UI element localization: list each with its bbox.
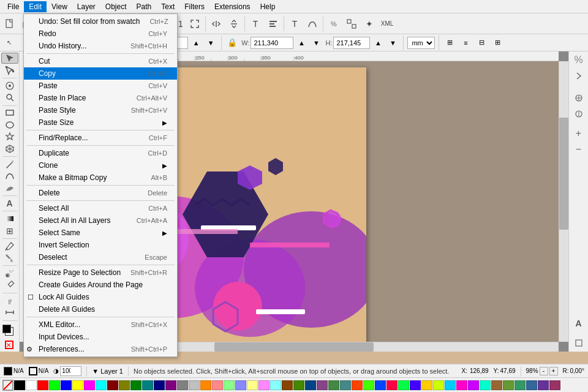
right-tool1[interactable]	[571, 91, 586, 105]
snap-button[interactable]: %	[325, 15, 342, 32]
node-tool[interactable]	[1, 64, 18, 75]
menu-cut[interactable]: Cut Ctrl+X	[24, 55, 177, 67]
color-swatch-43[interactable]	[514, 380, 526, 390]
text-tool-button[interactable]: T	[286, 15, 303, 32]
color-swatch-44[interactable]	[526, 380, 537, 390]
align-icon-btn[interactable]: ≡	[459, 36, 472, 50]
w-input[interactable]	[251, 37, 293, 49]
flip-h-button[interactable]	[208, 15, 225, 32]
color-swatch-39[interactable]	[468, 380, 479, 390]
grid-icon-btn[interactable]: ⊞	[491, 36, 504, 50]
zoom-plus-btn[interactable]: +	[549, 367, 558, 375]
color-swatch-28[interactable]	[340, 380, 351, 390]
color-swatch-27[interactable]	[328, 380, 339, 390]
right-plus-btn[interactable]: +	[571, 126, 586, 141]
color-swatch-45[interactable]	[538, 380, 549, 390]
menu-select-all[interactable]: Select All Ctrl+A	[24, 202, 177, 214]
menu-undo[interactable]: Undo: Set fill color from swatch Ctrl+Z	[24, 15, 177, 28]
color-swatch-29[interactable]	[352, 380, 363, 390]
dropper-tool[interactable]	[1, 240, 18, 251]
menu-xml-editor[interactable]: XML Editor... Shift+Ctrl+X	[24, 318, 177, 331]
menu-delete-guides[interactable]: Delete All Guides	[24, 303, 177, 315]
right-arrow-btn[interactable]	[571, 69, 586, 83]
right-rect-btn[interactable]	[571, 336, 586, 350]
color-swatch-20[interactable]	[247, 380, 258, 390]
selector-snap-btn[interactable]: ↖	[2, 36, 16, 50]
menu-paste[interactable]: Paste Ctrl+V	[24, 80, 177, 92]
color-swatch-46[interactable]	[549, 380, 560, 390]
menu-invert-selection[interactable]: Invert Selection	[24, 239, 177, 251]
new-button[interactable]	[1, 15, 18, 32]
layer-indicator[interactable]: ▼ Layer 1	[92, 368, 123, 375]
menu-create-guides[interactable]: Create Guides Around the Page	[24, 279, 177, 291]
ellipse-tool[interactable]	[1, 119, 18, 130]
lock-aspect-btn[interactable]: 🔒	[225, 36, 239, 50]
fill-swatch[interactable]	[4, 367, 12, 375]
stroke-swatch[interactable]	[29, 367, 37, 375]
menu-bitmap-copy[interactable]: Make a Bitmap Copy Alt+B	[24, 172, 177, 184]
y-down[interactable]: ▼	[204, 36, 217, 50]
menu-input-devices[interactable]: Input Devices...	[24, 331, 177, 343]
h-input[interactable]	[333, 37, 370, 49]
text-tool[interactable]: A	[1, 198, 18, 209]
menu-filters[interactable]: Filters	[179, 1, 209, 12]
snap-nodes-button[interactable]	[343, 15, 360, 32]
3d-tool[interactable]	[1, 143, 18, 154]
paint-bucket-tool[interactable]	[1, 252, 18, 263]
color-swatch-22[interactable]	[270, 380, 281, 390]
menu-path[interactable]: Path	[132, 1, 157, 12]
right-letter-a[interactable]: A	[571, 316, 586, 331]
color-swatch-42[interactable]	[503, 380, 514, 390]
color-swatch-4[interactable]	[61, 380, 72, 390]
color-swatch-10[interactable]	[130, 380, 141, 390]
color-swatch-35[interactable]	[421, 380, 432, 390]
bezier-button[interactable]	[304, 15, 321, 32]
menu-help[interactable]: Help	[255, 1, 281, 12]
selector-tool[interactable]	[1, 53, 18, 64]
transform-button[interactable]: T	[247, 15, 264, 32]
color-swatch-32[interactable]	[386, 380, 398, 390]
menu-resize-page[interactable]: Resize Page to Selection Shift+Ctrl+R	[24, 266, 177, 279]
w-up[interactable]: ▲	[295, 36, 308, 50]
color-swatch-26[interactable]	[317, 380, 328, 390]
opacity-input[interactable]	[60, 366, 81, 376]
no-color-swatch[interactable]	[2, 380, 13, 391]
color-swatch-9[interactable]	[119, 380, 130, 390]
lpe-button[interactable]: ✦	[361, 15, 378, 32]
menu-clone[interactable]: Clone ▶	[24, 159, 177, 172]
color-swatch-36[interactable]	[433, 380, 444, 390]
color-swatch-12[interactable]	[154, 380, 165, 390]
color-swatch-1[interactable]	[26, 380, 37, 390]
color-swatch-18[interactable]	[224, 380, 235, 390]
spray-tool[interactable]	[1, 268, 18, 279]
color-swatch-37[interactable]	[445, 380, 456, 390]
right-snap-btn[interactable]: %	[571, 53, 586, 67]
menu-extensions[interactable]: Extensions	[209, 1, 255, 12]
color-swatch-8[interactable]	[107, 380, 118, 390]
color-swatch-38[interactable]	[456, 380, 467, 390]
menu-object[interactable]: Object	[100, 1, 132, 12]
xml-button[interactable]: XML	[379, 15, 396, 32]
color-swatch-15[interactable]	[189, 380, 200, 390]
menu-paste-size[interactable]: Paste Size ▶	[24, 116, 177, 129]
menu-file[interactable]: File	[2, 1, 24, 12]
distrib-icon-btn[interactable]: ⊟	[475, 36, 488, 50]
bezier-tool[interactable]	[1, 170, 18, 181]
connector-tool[interactable]: ╔	[1, 295, 18, 306]
calligraphy-tool[interactable]	[1, 183, 18, 194]
color-swatch-11[interactable]	[142, 380, 153, 390]
menu-duplicate[interactable]: Duplicate Ctrl+D	[24, 147, 177, 159]
star-tool[interactable]	[1, 131, 18, 142]
menu-text[interactable]: Text	[156, 1, 179, 12]
eraser-tool[interactable]	[1, 279, 18, 290]
menu-preferences[interactable]: ⚙ Preferences... Shift+Ctrl+P	[24, 343, 177, 355]
unit-select[interactable]: mm px cm in	[407, 37, 435, 49]
color-swatch-21[interactable]	[258, 380, 270, 390]
w-down[interactable]: ▼	[309, 36, 323, 50]
tweak-tool[interactable]	[1, 80, 18, 91]
color-swatch-6[interactable]	[84, 380, 95, 390]
zoom-tool[interactable]	[1, 92, 18, 103]
menu-delete[interactable]: Delete Delete	[24, 187, 177, 199]
menu-select-same[interactable]: Select Same ▶	[24, 227, 177, 239]
menu-copy[interactable]: Copy Ctrl+C	[24, 67, 177, 80]
